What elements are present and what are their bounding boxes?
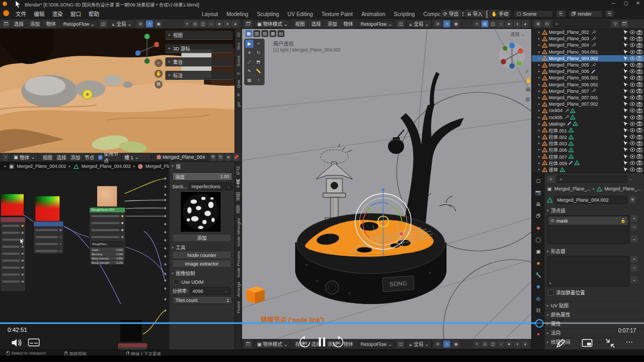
- shading-rendered-icon[interactable]: ◕: [232, 20, 239, 27]
- selectable-icon[interactable]: [623, 56, 628, 61]
- workspace-tab-sculpting[interactable]: Sculpting: [253, 10, 283, 18]
- selectable-icon[interactable]: [623, 29, 628, 35]
- selectable-icon[interactable]: [623, 101, 628, 107]
- selectable-icon[interactable]: [623, 108, 628, 113]
- node-normalmap[interactable]: [118, 343, 148, 350]
- node-param-1[interactable]: Blending1.040: [91, 252, 124, 256]
- shape-keys-header[interactable]: ▾形态键: [545, 247, 568, 255]
- material-selector[interactable]: Merged_Plane_004: [153, 153, 208, 161]
- mirror-options-icon[interactable]: ◫: [397, 20, 404, 27]
- node-canvas[interactable]: RoughNess.004 RoughNes... Scale0.500 Ble…: [0, 171, 169, 350]
- resolution-dropdown[interactable]: 4096⌄: [190, 287, 231, 295]
- mode-dropdown[interactable]: ▣ 物体模式 ⌄: [254, 339, 291, 349]
- selectable-icon[interactable]: [623, 42, 628, 48]
- hide-viewport-icon[interactable]: [630, 161, 635, 165]
- shading-material-icon[interactable]: ◑: [224, 20, 231, 27]
- viewport-menu-0[interactable]: 视图: [293, 340, 307, 348]
- hide-render-icon[interactable]: [636, 88, 642, 93]
- show-gizmo-icon[interactable]: ⌖: [473, 20, 480, 27]
- image-extractor-button[interactable]: Image extractor: [172, 260, 231, 268]
- viewport-zoom-icon[interactable]: ⌕: [525, 68, 529, 75]
- editor-type-icon[interactable]: 🗖: [3, 20, 10, 27]
- outliner-item-label[interactable]: 柱体.002: [549, 134, 567, 140]
- hide-viewport-icon[interactable]: [630, 108, 635, 113]
- show-overlays-icon[interactable]: ◎: [481, 341, 488, 348]
- proportional-edit-icon[interactable]: ◉: [452, 20, 459, 27]
- blender-menu-icon[interactable]: [3, 10, 9, 16]
- outliner-item-label[interactable]: Merged_Plane_007: [549, 88, 589, 94]
- app-menu-1[interactable]: 编辑: [30, 9, 48, 19]
- left-viewport-camera-icon[interactable]: ⌘: [155, 80, 163, 88]
- outliner-item-label[interactable]: 柱体.007: [549, 153, 567, 160]
- hide-render-icon[interactable]: [636, 69, 642, 74]
- properties-tab-constraints-icon[interactable]: ⛓: [534, 306, 543, 315]
- app-menu-4[interactable]: 帮助: [85, 9, 103, 19]
- retopoflow-dropdown[interactable]: RetopoFlow ⌄: [357, 341, 395, 348]
- xray-toggle-icon[interactable]: ◫: [489, 20, 496, 27]
- selectable-icon[interactable]: [623, 141, 628, 146]
- hide-viewport-icon[interactable]: [630, 76, 635, 80]
- proportional-edit-icon[interactable]: ◉: [452, 341, 459, 348]
- maximize-button[interactable]: ▢: [624, 1, 628, 6]
- app-menu-2[interactable]: 渲染: [48, 9, 67, 19]
- box-select-icon[interactable]: ▧: [253, 30, 260, 37]
- property-section-1[interactable]: ▸颜色属性: [545, 310, 643, 319]
- expand-arrow-icon[interactable]: ▸: [538, 167, 540, 172]
- properties-options-icon[interactable]: ⌄: [629, 177, 632, 181]
- node-group-datablock[interactable]: RoughNes...: [91, 241, 124, 247]
- node-menu-3[interactable]: 节点: [82, 153, 96, 161]
- shading-solid-icon[interactable]: ●: [506, 341, 513, 348]
- expand-arrow-icon[interactable]: ▸: [538, 154, 540, 159]
- outliner-item-label[interactable]: 柱体.006: [549, 146, 567, 153]
- outliner-row[interactable]: ▸ Merged_Plane_004: [532, 42, 644, 48]
- selectable-icon[interactable]: [623, 121, 628, 127]
- outliner-item-label[interactable]: Merged_Plane_003: [549, 36, 589, 41]
- editor-type-icon[interactable]: 🗖: [245, 341, 252, 348]
- expand-arrow-icon[interactable]: ▸: [538, 128, 540, 132]
- material-unlink-button[interactable]: ✕: [225, 154, 231, 161]
- expand-arrow-icon[interactable]: ▸: [538, 147, 540, 152]
- expand-arrow-icon[interactable]: ▸: [538, 50, 540, 54]
- shapekey-specials-button[interactable]: ⌄: [631, 276, 638, 283]
- node-vtab-5[interactable]: Node Preview: [236, 251, 241, 278]
- hide-render-icon[interactable]: [636, 154, 642, 159]
- hide-render-icon[interactable]: [636, 36, 642, 41]
- property-section-4[interactable]: ▸纹理空间: [545, 337, 643, 346]
- shading-wireframe-icon[interactable]: ○: [208, 20, 215, 27]
- snap-magnet-icon[interactable]: ∩: [443, 20, 450, 27]
- mirror-options-icon[interactable]: ◫: [100, 20, 107, 27]
- hide-render-icon[interactable]: [636, 160, 642, 165]
- viewport-menu-0[interactable]: 视图: [293, 20, 307, 28]
- shading-solid-icon[interactable]: ●: [506, 20, 513, 27]
- expand-arrow-icon[interactable]: ▸: [538, 89, 540, 93]
- expand-arrow-icon[interactable]: ▸: [538, 30, 540, 34]
- image-thumbnail-dark[interactable]: [120, 320, 142, 342]
- texture-preview-sphere[interactable]: [181, 192, 221, 232]
- hide-viewport-icon[interactable]: [630, 95, 635, 100]
- left-render-viewport[interactable]: ⌕ ✋ ⌘ ▸视图▸3D 游标▸集合▸标注: [0, 29, 241, 153]
- selectable-icon[interactable]: [623, 88, 628, 94]
- xray-toggle-icon[interactable]: ◫: [489, 341, 496, 348]
- hide-render-icon[interactable]: [636, 82, 642, 87]
- hide-viewport-icon[interactable]: [630, 50, 635, 54]
- viewport-menu-3[interactable]: 物体: [341, 340, 355, 348]
- hide-render-icon[interactable]: [636, 56, 642, 61]
- properties-tab-scene-icon[interactable]: ◆: [534, 224, 543, 232]
- cursor-mode-icon[interactable]: ▤: [277, 30, 284, 37]
- outliner-row[interactable]: ▸ Merged_Plane_006: [532, 68, 644, 75]
- hide-render-icon[interactable]: [636, 167, 642, 172]
- meshdata-dropdown-icon[interactable]: [547, 197, 553, 203]
- outliner-item-label[interactable]: Merged_Plane_005: [549, 62, 589, 68]
- hide-render-icon[interactable]: [636, 135, 642, 139]
- shading-wireframe-icon[interactable]: ○: [497, 20, 504, 27]
- hide-render-icon[interactable]: [636, 128, 642, 132]
- node-editor-type-icon[interactable]: ◔: [3, 154, 8, 161]
- workspace-tab-texture-paint[interactable]: Texture Paint: [317, 10, 357, 18]
- shading-material-icon[interactable]: ◑: [514, 341, 521, 348]
- tool-scale-icon[interactable]: ⤢: [245, 58, 253, 66]
- app-menu-3[interactable]: 窗口: [67, 9, 85, 19]
- node-vtab-0[interactable]: 节点: [236, 166, 241, 175]
- outliner-item-label[interactable]: Merged_Plane_006: [549, 69, 589, 74]
- workspace-tab-layout[interactable]: Layout: [197, 10, 222, 18]
- expand-arrow-icon[interactable]: ▸: [538, 36, 540, 41]
